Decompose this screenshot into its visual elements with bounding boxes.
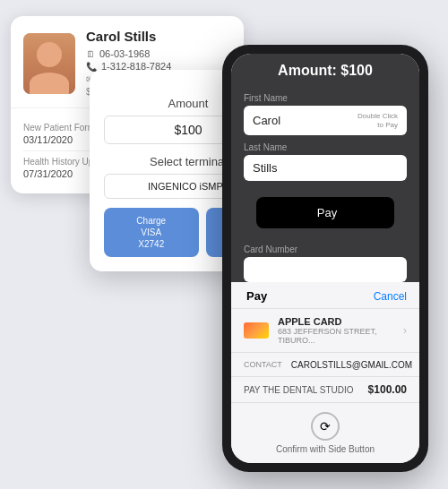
last-name-label: Last Name	[244, 142, 407, 152]
card-color-icon	[244, 322, 269, 339]
side-button-icon: ⟳	[311, 412, 340, 441]
contact-row[interactable]: CONTACT CAROLSTILLS@GMAIL.COM ›	[231, 353, 419, 377]
phone-header: Amount: $100	[231, 54, 419, 93]
first-name-label: First Name	[244, 93, 407, 103]
patient-avatar	[23, 33, 75, 94]
patient-dob: 🗓 06-03-1968	[86, 48, 231, 59]
last-name-group: Last Name Stills	[244, 142, 407, 181]
sheet-header: Pay Cancel	[231, 282, 419, 309]
first-name-field[interactable]: Carol Double Clickto Pay	[244, 106, 407, 135]
double-click-hint: Double Clickto Pay	[358, 112, 398, 129]
chevron-right-icon: ›	[403, 324, 407, 337]
apple-pay-sheet: Pay Cancel APPLE CARD 683 JEFFERSON STRE…	[231, 282, 419, 463]
apple-pay-button[interactable]: Pay	[256, 197, 394, 228]
sheet-cancel-button[interactable]: Cancel	[374, 290, 407, 303]
first-name-group: First Name Carol Double Clickto Pay	[244, 93, 407, 135]
confirm-text: Confirm with Side Button	[276, 444, 375, 454]
amount-display: Amount: $100	[244, 63, 407, 79]
card-details: APPLE CARD 683 JEFFERSON STREET, TIBURO.…	[278, 316, 394, 345]
phone-frame: Amount: $100 First Name Carol Double Cli…	[222, 45, 428, 472]
phone-screen: Amount: $100 First Name Carol Double Cli…	[231, 54, 419, 463]
charge-button[interactable]: Charge VISA X2742	[104, 208, 199, 257]
patient-name: Carol Stills	[86, 29, 231, 44]
card-row[interactable]: APPLE CARD 683 JEFFERSON STREET, TIBURO.…	[231, 309, 419, 353]
calendar-icon: 🗓	[86, 49, 95, 59]
sheet-apple-pay-label: Pay	[244, 289, 267, 303]
last-name-field[interactable]: Stills	[244, 155, 407, 181]
total-row: PAY THE DENTAL STUDIO $100.00	[231, 377, 419, 403]
card-number-label: Card Number	[244, 244, 407, 254]
confirm-section: ⟳ Confirm with Side Button	[231, 403, 419, 463]
card-number-section: Card Number	[231, 237, 419, 282]
card-number-input[interactable]	[244, 257, 407, 282]
payment-form: First Name Carol Double Clickto Pay Last…	[231, 93, 419, 197]
